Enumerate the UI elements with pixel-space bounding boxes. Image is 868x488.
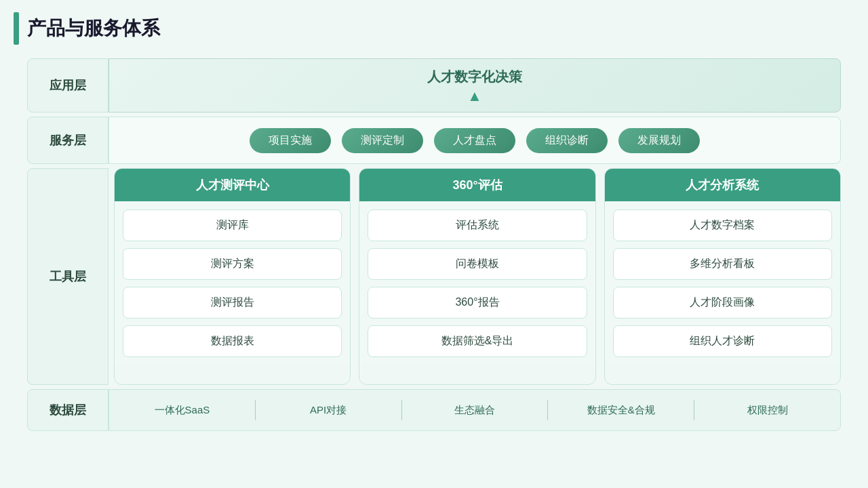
tool-item: 评估系统	[368, 209, 587, 241]
app-main-text: 人才数字化决策	[427, 68, 522, 86]
data-item: 数据安全&合规	[548, 404, 694, 417]
tool-item: 测评方案	[123, 248, 342, 280]
tool-card-body: 人才数字档案多维分析看板人才阶段画像组织人才诊断	[605, 201, 840, 365]
tool-card: 人才分析系统人才数字档案多维分析看板人才阶段画像组织人才诊断	[604, 168, 841, 385]
app-layer-label: 应用层	[27, 58, 108, 113]
app-layer-content: 人才数字化决策 ▲	[108, 58, 841, 113]
data-item: 一体化SaaS	[109, 404, 255, 417]
tool-item: 360°报告	[368, 287, 587, 319]
data-item: API对接	[256, 404, 401, 417]
tool-card-header: 360°评估	[359, 169, 595, 201]
header-accent-bar	[14, 12, 19, 45]
page-title: 产品与服务体系	[27, 16, 160, 41]
service-pill: 组织诊断	[526, 128, 608, 153]
tool-item: 数据报表	[123, 325, 342, 357]
app-arrow-icon: ▲	[467, 89, 482, 104]
app-layer-row: 应用层 人才数字化决策 ▲	[27, 58, 841, 113]
service-pill: 测评定制	[342, 128, 423, 153]
service-layer-label: 服务层	[27, 117, 108, 164]
service-pill: 项目实施	[250, 128, 331, 153]
page-header: 产品与服务体系	[0, 0, 868, 52]
service-pill: 发展规划	[618, 128, 700, 153]
data-layer-row: 数据层 一体化SaaSAPI对接生态融合数据安全&合规权限控制	[27, 389, 841, 431]
tool-item: 多维分析看板	[613, 248, 832, 280]
tool-card: 人才测评中心测评库测评方案测评报告数据报表	[114, 168, 351, 385]
tool-item: 组织人才诊断	[613, 325, 832, 357]
tool-layer-content: 人才测评中心测评库测评方案测评报告数据报表360°评估评估系统问卷模板360°报…	[108, 168, 841, 385]
data-item: 权限控制	[694, 404, 840, 417]
service-layer-row: 服务层 项目实施测评定制人才盘点组织诊断发展规划	[27, 117, 841, 164]
tool-layer-label: 工具层	[27, 168, 108, 385]
tool-item: 测评库	[123, 209, 342, 241]
tool-card-header: 人才测评中心	[115, 169, 350, 201]
service-layer-content: 项目实施测评定制人才盘点组织诊断发展规划	[108, 117, 841, 164]
tool-item: 数据筛选&导出	[368, 325, 587, 357]
tool-item: 问卷模板	[368, 248, 587, 280]
tool-item: 人才数字档案	[613, 209, 832, 241]
tool-layer-row: 工具层 人才测评中心测评库测评方案测评报告数据报表360°评估评估系统问卷模板3…	[27, 168, 841, 385]
tool-item: 测评报告	[123, 287, 342, 319]
tool-card-header: 人才分析系统	[605, 169, 840, 201]
tool-item: 人才阶段画像	[613, 287, 832, 319]
tool-card-body: 评估系统问卷模板360°报告数据筛选&导出	[359, 201, 595, 365]
data-layer-content: 一体化SaaSAPI对接生态融合数据安全&合规权限控制	[108, 389, 841, 431]
main-content: 应用层 人才数字化决策 ▲ 服务层 项目实施测评定制人才盘点组织诊断发展规划 工…	[0, 52, 868, 488]
data-item: 生态融合	[402, 404, 548, 417]
service-pill: 人才盘点	[434, 128, 515, 153]
data-layer-label: 数据层	[27, 389, 108, 431]
tool-card-body: 测评库测评方案测评报告数据报表	[115, 201, 350, 365]
tool-card: 360°评估评估系统问卷模板360°报告数据筛选&导出	[359, 168, 595, 385]
